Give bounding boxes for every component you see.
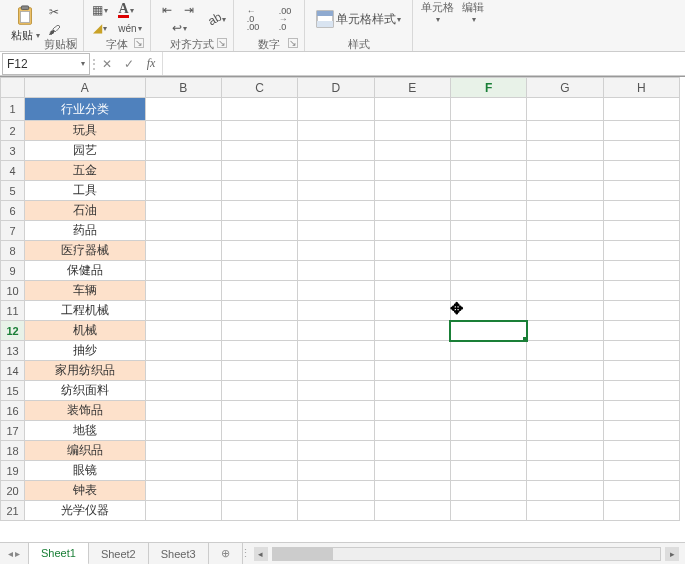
spreadsheet-grid[interactable]: ABCDEFGH1行业分类2玩具3园艺4五金5工具6石油7药品8医疗器械9保健品… — [0, 76, 685, 542]
column-header[interactable]: G — [527, 78, 603, 98]
cell[interactable] — [298, 181, 374, 201]
phonetic-button[interactable]: wén▾ — [116, 19, 144, 37]
cell[interactable] — [603, 321, 679, 341]
cell[interactable] — [527, 441, 603, 461]
cell[interactable] — [298, 161, 374, 181]
clipboard-launcher[interactable]: ↘ — [67, 38, 77, 48]
table-data-cell[interactable]: 工具 — [25, 181, 146, 201]
cell[interactable] — [603, 301, 679, 321]
cell[interactable] — [603, 261, 679, 281]
cut-button[interactable]: ✂ — [44, 3, 64, 21]
cell[interactable] — [374, 401, 450, 421]
cell[interactable] — [374, 181, 450, 201]
cell[interactable] — [603, 461, 679, 481]
align-launcher[interactable]: ↘ — [217, 38, 227, 48]
table-data-cell[interactable]: 玩具 — [25, 121, 146, 141]
row-header[interactable]: 13 — [1, 341, 25, 361]
cell[interactable] — [298, 341, 374, 361]
row-header[interactable]: 20 — [1, 481, 25, 501]
cell[interactable] — [221, 161, 297, 181]
formula-input[interactable] — [162, 52, 685, 75]
table-header-cell[interactable]: 行业分类 — [25, 98, 146, 121]
cell[interactable] — [603, 241, 679, 261]
cell[interactable] — [145, 481, 221, 501]
cell[interactable] — [221, 341, 297, 361]
table-data-cell[interactable]: 装饰品 — [25, 401, 146, 421]
cell[interactable] — [527, 341, 603, 361]
cell[interactable] — [145, 361, 221, 381]
cell[interactable] — [221, 241, 297, 261]
select-all-corner[interactable] — [1, 78, 25, 98]
row-header[interactable]: 19 — [1, 461, 25, 481]
row-header[interactable]: 5 — [1, 181, 25, 201]
cell[interactable] — [527, 221, 603, 241]
cell[interactable] — [221, 98, 297, 121]
table-data-cell[interactable]: 眼镜 — [25, 461, 146, 481]
cell[interactable] — [527, 141, 603, 161]
cell[interactable] — [450, 381, 526, 401]
cell[interactable] — [374, 481, 450, 501]
cell[interactable] — [298, 401, 374, 421]
add-sheet-button[interactable]: ⊕ — [209, 543, 242, 564]
increase-indent-button[interactable]: ⇥ — [179, 1, 199, 19]
tab-first-button[interactable]: ◂ — [8, 548, 13, 559]
row-header[interactable]: 18 — [1, 441, 25, 461]
cell[interactable] — [450, 261, 526, 281]
cell[interactable] — [450, 461, 526, 481]
cell[interactable] — [603, 121, 679, 141]
cell[interactable] — [450, 481, 526, 501]
cell[interactable] — [221, 421, 297, 441]
cell[interactable] — [450, 421, 526, 441]
cell[interactable] — [145, 441, 221, 461]
cell[interactable] — [527, 161, 603, 181]
row-header[interactable]: 21 — [1, 501, 25, 521]
cell[interactable] — [298, 281, 374, 301]
cell[interactable] — [221, 261, 297, 281]
cell[interactable] — [221, 501, 297, 521]
table-data-cell[interactable]: 家用纺织品 — [25, 361, 146, 381]
cell[interactable] — [145, 381, 221, 401]
cell[interactable] — [374, 461, 450, 481]
decrease-decimal-button[interactable]: .00→.0 — [272, 10, 298, 28]
cell[interactable] — [450, 98, 526, 121]
cell[interactable] — [603, 421, 679, 441]
font-launcher[interactable]: ↘ — [134, 38, 144, 48]
cell[interactable] — [298, 461, 374, 481]
cell[interactable] — [527, 501, 603, 521]
cell[interactable] — [374, 341, 450, 361]
column-header[interactable]: E — [374, 78, 450, 98]
cell[interactable] — [450, 301, 526, 321]
row-header[interactable]: 11 — [1, 301, 25, 321]
cell[interactable] — [374, 201, 450, 221]
cell[interactable] — [298, 301, 374, 321]
cell[interactable] — [527, 261, 603, 281]
cell[interactable] — [221, 181, 297, 201]
row-header[interactable]: 1 — [1, 98, 25, 121]
cell[interactable] — [527, 481, 603, 501]
cell[interactable] — [145, 261, 221, 281]
cell[interactable] — [603, 381, 679, 401]
cell[interactable] — [145, 241, 221, 261]
cell[interactable] — [221, 201, 297, 221]
cell[interactable] — [298, 501, 374, 521]
row-header[interactable]: 2 — [1, 121, 25, 141]
table-data-cell[interactable]: 机械 — [25, 321, 146, 341]
table-data-cell[interactable]: 石油 — [25, 201, 146, 221]
scroll-thumb[interactable] — [273, 548, 333, 560]
cell[interactable] — [298, 421, 374, 441]
cell[interactable] — [298, 241, 374, 261]
decrease-indent-button[interactable]: ⇤ — [157, 1, 177, 19]
cell[interactable] — [145, 201, 221, 221]
cell[interactable] — [298, 141, 374, 161]
cell[interactable] — [145, 141, 221, 161]
horizontal-scrollbar[interactable]: ◂ ▸ — [248, 543, 685, 564]
cell[interactable] — [450, 441, 526, 461]
scroll-track[interactable] — [272, 547, 661, 561]
cell[interactable] — [450, 361, 526, 381]
row-header[interactable]: 16 — [1, 401, 25, 421]
cell[interactable] — [527, 321, 603, 341]
cell[interactable] — [603, 401, 679, 421]
table-data-cell[interactable]: 编织品 — [25, 441, 146, 461]
table-data-cell[interactable]: 钟表 — [25, 481, 146, 501]
row-header[interactable]: 7 — [1, 221, 25, 241]
